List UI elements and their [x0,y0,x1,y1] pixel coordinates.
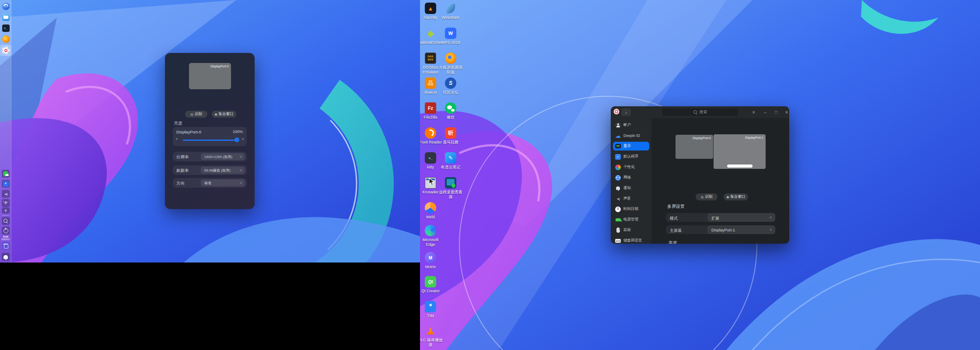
desktop-icon-wireshark[interactable]: Wireshark [438,3,463,20]
monitor-arrangement-displayport-1[interactable]: DisplayPort-1 [714,134,766,169]
desktop-icon-community-forum[interactable]: S 社区论坛 [438,77,463,95]
search-input[interactable]: 搜索 [662,108,738,116]
monitor-preview-displayport-0[interactable]: DisplayPort-0 [189,63,231,89]
cloud-icon: ☁ [615,133,621,139]
sidebar-item-deepin-id[interactable]: ☁Deepin ID [613,131,649,140]
ximalaya-icon: 听 [445,127,456,139]
brightness-slider[interactable]: ☀ ☀ [175,138,244,143]
terminal-icon[interactable]: >_ [2,24,10,32]
chevron-down-icon: ∨ [240,168,242,172]
collect-windows-button[interactable]: ◈ 集合窗口 [212,111,236,118]
tray-app-green-icon[interactable] [2,170,10,178]
dock-indicator [727,164,752,168]
sidebar-item-mouse[interactable]: 鼠标 [613,226,649,234]
right-monitor: ▲ Alacritty ◆ balenaEtcher DOS BOX DOSBo… [420,0,980,350]
desktop-icon-meld[interactable]: Meld [420,202,443,220]
desktop-icon-motrix[interactable]: M Motrix [420,252,443,270]
mode-row: 模式 扩展 ∨ [666,213,775,222]
mode-label: 模式 [670,216,678,221]
sidebar-item-network[interactable]: 网络 [613,173,649,182]
orientation-dropdown[interactable]: 标准 ∨ [201,179,245,186]
chevron-down-icon: ∨ [770,216,772,219]
tim-icon: * [425,301,436,312]
refresh-rate-dropdown[interactable]: 59.95赫兹 (推荐) ∨ [201,167,245,174]
sidebar: 帐户 ☁Deepin ID 显示 ✓默认程序 个性化 网络 通知 ◄)声音 时间… [611,118,651,244]
brightness-slider-handle[interactable] [234,137,239,142]
dock-clock-date[interactable]: 2022/5/17 [0,238,11,241]
search-icon[interactable] [2,217,10,225]
notification-bell-icon[interactable] [2,253,10,261]
dock: >_ * ◄) ∨ 8:00 2022/5/17 [0,0,11,262]
monitor-arrangement-displayport-0[interactable]: DisplayPort-0 [676,135,713,159]
sidebar-item-keyboard-language[interactable]: 键盘和语言 [613,236,649,244]
meld-icon [425,202,436,214]
control-center-icon[interactable] [2,46,10,54]
sidebar-item-sound[interactable]: ◄)声音 [613,194,649,203]
keyboard-icon [615,239,621,243]
display-settings-panel: DisplayPort-0 ◎ 识别 ◈ 集合窗口 亮度 DisplayPort… [165,53,255,209]
desktop-icon-wps-2019[interactable]: W WPS 2019 [438,28,463,45]
brightness-card: DisplayPort-0 100% ☀ ☀ [173,127,247,146]
resolution-dropdown[interactable]: 1920×1200 (推荐) ∨ [201,153,245,160]
desktop-icon-microsoft-edge[interactable]: Microsoft Edge [420,225,443,247]
desktop-icon-tim[interactable]: * TIM [420,301,443,318]
titlebar[interactable]: ‹ 搜索 ≡ – □ × [611,106,789,118]
tray-app-blue-icon[interactable]: * [2,180,10,188]
brightness-value: 100% [233,130,243,134]
sidebar-item-display[interactable]: 显示 [613,142,649,150]
minimize-icon[interactable]: – [761,108,769,116]
sidebar-item-time-date[interactable]: 时间日期 [613,205,649,214]
launcher-icon[interactable] [2,2,10,10]
microsoft-edge-icon [425,225,436,236]
firefox-icon[interactable] [2,35,10,43]
drawio-icon: 品 [425,77,436,89]
mouse-icon [615,228,621,233]
chevron-down-icon: ∨ [770,228,772,231]
volume-icon[interactable]: ◄) [2,190,10,198]
foxit-reader-icon [425,127,436,139]
power-icon[interactable] [2,227,10,234]
sidebar-item-default-apps[interactable]: ✓默认程序 [613,152,649,161]
primary-screen-row: 主屏幕 DisplayPort-1 ∨ [666,225,775,234]
identify-button[interactable]: ◎ 识别 [696,193,718,200]
brightness-min-sun-icon: ☀ [175,137,178,141]
qt-creator-icon: Qt [425,276,436,287]
desktop-icon-qt-creator[interactable]: Qt Qt Creator [420,276,443,294]
bell-icon [615,186,621,191]
desktop-icon-youdao-note[interactable]: ✎ 有道云笔记 [438,152,463,170]
desktop-icon-wechat[interactable]: 微信 [438,102,463,120]
desktop-icon-vlc[interactable]: VLC 媒体播放器 [420,325,443,347]
menu-icon[interactable]: ≡ [750,108,758,116]
resolution-label: 分辨率 [176,154,189,160]
mode-dropdown[interactable]: 扩展 ∨ [707,213,775,222]
trash-icon[interactable] [2,242,10,250]
back-button[interactable]: ‹ [621,108,631,116]
maximize-icon[interactable]: □ [772,108,780,116]
file-manager-icon[interactable] [2,13,10,21]
sidebar-item-notifications[interactable]: 通知 [613,184,649,192]
dock-clock-time[interactable]: 8:00 [0,235,11,238]
display-settings-page: DisplayPort-0 DisplayPort-1 ◎ 识别 ◈ 集合窗口 … [651,118,789,244]
primary-screen-label: 主屏幕 [670,228,682,234]
collect-windows-button[interactable]: ◈ 集合窗口 [724,193,748,200]
display-icon [615,144,621,148]
sidebar-item-accounts[interactable]: 帐户 [613,121,649,130]
close-icon[interactable]: × [783,108,789,116]
multi-screen-heading: 多屏设置 [667,203,685,210]
chevron-down-icon: ∨ [240,155,242,158]
control-center-app-icon [614,109,619,114]
brightness-device-label: DisplayPort-0 [176,130,201,134]
desktop-icon-remote-desktop-viewer[interactable]: 远程桌面查看器 [438,177,463,199]
tray-collapse-chevron-icon[interactable]: ∨ [2,207,10,214]
sidebar-item-personalization[interactable]: 个性化 [613,163,649,172]
desktop-icon-ximalaya[interactable]: 听 喜马拉雅 [438,127,463,145]
primary-screen-dropdown[interactable]: DisplayPort-1 ∨ [707,225,775,234]
dock-divider [2,215,9,216]
brightness-heading-clipped: 亮度 [668,240,677,244]
wifi-icon[interactable] [2,199,10,207]
sidebar-item-power[interactable]: 电源管理 [613,215,649,224]
refresh-rate-label: 刷新率 [176,168,189,174]
desktop-icon-firefox-intl[interactable]: 火狐浏览器国际版 [438,52,463,74]
alacritty-icon: ▲ [425,3,436,14]
identify-button[interactable]: ◎ 识别 [185,111,207,118]
